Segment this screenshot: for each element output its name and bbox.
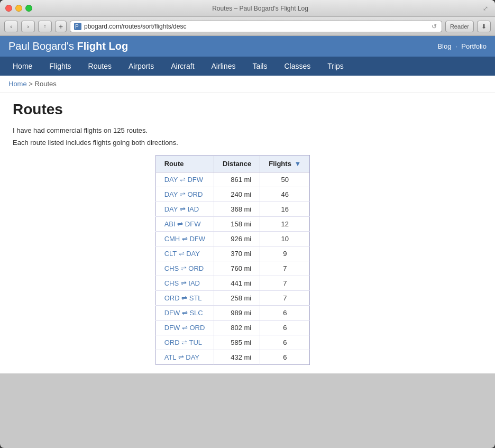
table-header-distance[interactable]: Distance [214,156,260,172]
route-link[interactable]: DAY ⇌ IAD [164,205,199,213]
nav-item-flights[interactable]: Flights [41,57,79,76]
distance-cell: 368 mi [214,202,260,217]
forward-button[interactable]: › [21,21,35,32]
favicon: P [74,22,82,31]
breadcrumb-current: Routes [35,80,57,88]
flights-cell: 16 [260,202,310,217]
table-row: ORD ⇌ TUL585 mi6 [155,335,310,350]
route-link[interactable]: ABI ⇌ DFW [164,220,201,228]
route-link[interactable]: DFW ⇌ SLC [164,309,203,317]
route-link[interactable]: ATL ⇌ DAY [164,353,199,361]
add-tab-button[interactable]: + [55,21,67,32]
url-text: pbogard.com/routes/sort/flights/desc [84,23,428,30]
distance-cell: 158 mi [214,217,260,232]
route-link[interactable]: CLT ⇌ DAY [164,250,200,258]
sort-icon: ▼ [294,160,301,168]
reader-button[interactable]: Reader [445,21,474,32]
route-link[interactable]: CHS ⇌ IAD [164,279,200,287]
table-row: ATL ⇌ DAY432 mi6 [155,350,310,365]
table-row: DAY ⇌ DFW861 mi50 [155,172,310,187]
table-row: DFW ⇌ SLC989 mi6 [155,306,310,321]
browser-toolbar: ‹ › ↑ + P pbogard.com/routes/sort/flight… [0,17,495,36]
browser-window: Routes – Paul Bogard's Flight Log ⤢ ‹ › … [0,0,495,448]
table-row: DAY ⇌ IAD368 mi16 [155,202,310,217]
title-bar: Routes – Paul Bogard's Flight Log ⤢ [0,0,495,17]
routes-description-1: I have had commercial flights on 125 rou… [13,126,453,134]
resize-icon[interactable]: ⤢ [483,5,490,12]
route-link[interactable]: ORD ⇌ TUL [164,339,202,346]
nav-item-trips[interactable]: Trips [319,57,352,76]
nav-item-airports[interactable]: Airports [120,57,162,76]
flights-cell: 7 [260,261,310,276]
distance-cell: 989 mi [214,306,260,321]
distance-cell: 370 mi [214,246,260,261]
route-link[interactable]: CMH ⇌ DFW [164,235,205,243]
table-row: DFW ⇌ ORD802 mi6 [155,321,310,335]
nav-item-routes[interactable]: Routes [80,57,120,76]
route-link[interactable]: DAY ⇌ DFW [164,176,203,184]
flights-cell: 7 [260,291,310,306]
route-link[interactable]: DAY ⇌ ORD [164,190,203,198]
table-row: CLT ⇌ DAY370 mi9 [155,246,310,261]
flights-cell: 6 [260,335,310,350]
breadcrumb-home[interactable]: Home [8,80,27,88]
distance-cell: 926 mi [214,232,260,246]
table-row: DAY ⇌ ORD240 mi46 [155,187,310,202]
distance-cell: 441 mi [214,276,260,291]
nav-item-aircraft[interactable]: Aircraft [162,57,203,76]
blog-link[interactable]: Blog [437,42,451,50]
route-link[interactable]: ORD ⇌ STL [164,294,202,302]
distance-cell: 258 mi [214,291,260,306]
flights-cell: 6 [260,306,310,321]
flights-cell: 46 [260,187,310,202]
nav-item-tails[interactable]: Tails [244,57,276,76]
route-link[interactable]: CHS ⇌ ORD [164,264,204,272]
distance-cell: 802 mi [214,321,260,335]
table-row: ORD ⇌ STL258 mi7 [155,291,310,306]
nav-item-classes[interactable]: Classes [276,57,319,76]
page-content: Paul Bogard's Flight Log Blog · Portfoli… [0,36,495,373]
flights-cell: 9 [260,246,310,261]
main-nav: HomeFlightsRoutesAirportsAircraftAirline… [0,57,495,76]
nav-item-home[interactable]: Home [4,57,41,76]
flights-cell: 10 [260,232,310,246]
main-content: Routes I have had commercial flights on … [0,93,465,373]
routes-description-2: Each route listed includes flights going… [13,139,453,147]
distance-cell: 240 mi [214,187,260,202]
share-button[interactable]: ↑ [38,21,52,32]
download-button[interactable]: ⬇ [477,21,491,32]
table-row: ABI ⇌ DFW158 mi12 [155,217,310,232]
route-link[interactable]: DFW ⇌ ORD [164,324,205,332]
back-button[interactable]: ‹ [4,21,18,32]
table-row: CMH ⇌ DFW926 mi10 [155,232,310,246]
nav-item-airlines[interactable]: Airlines [203,57,244,76]
site-header: Paul Bogard's Flight Log Blog · Portfoli… [0,36,495,57]
maximize-button[interactable] [25,5,32,12]
window-title: Routes – Paul Bogard's Flight Log [38,5,483,12]
refresh-button[interactable]: ↺ [430,22,438,31]
header-sep: · [455,42,457,50]
distance-cell: 760 mi [214,261,260,276]
breadcrumb: Home > Routes [0,76,495,93]
portfolio-link[interactable]: Portfolio [461,42,487,50]
header-links: Blog · Portfolio [437,42,487,50]
flights-cell: 7 [260,276,310,291]
table-header-flights[interactable]: Flights ▼ [260,156,310,172]
distance-cell: 861 mi [214,172,260,187]
minimize-button[interactable] [15,5,22,12]
flights-cell: 6 [260,321,310,335]
table-row: CHS ⇌ IAD441 mi7 [155,276,310,291]
close-button[interactable] [5,5,12,12]
svg-text:P: P [75,24,79,30]
flights-cell: 50 [260,172,310,187]
distance-cell: 432 mi [214,350,260,365]
page-title: Routes [13,101,453,118]
breadcrumb-sep: > [29,80,34,88]
traffic-lights [5,5,32,12]
table-header-route[interactable]: Route [155,156,214,172]
routes-table-wrapper: RouteDistanceFlights ▼ DAY ⇌ DFW861 mi50… [13,155,453,365]
flights-cell: 6 [260,350,310,365]
distance-cell: 585 mi [214,335,260,350]
table-row: CHS ⇌ ORD760 mi7 [155,261,310,276]
address-bar[interactable]: P pbogard.com/routes/sort/flights/desc ↺ [70,21,442,32]
